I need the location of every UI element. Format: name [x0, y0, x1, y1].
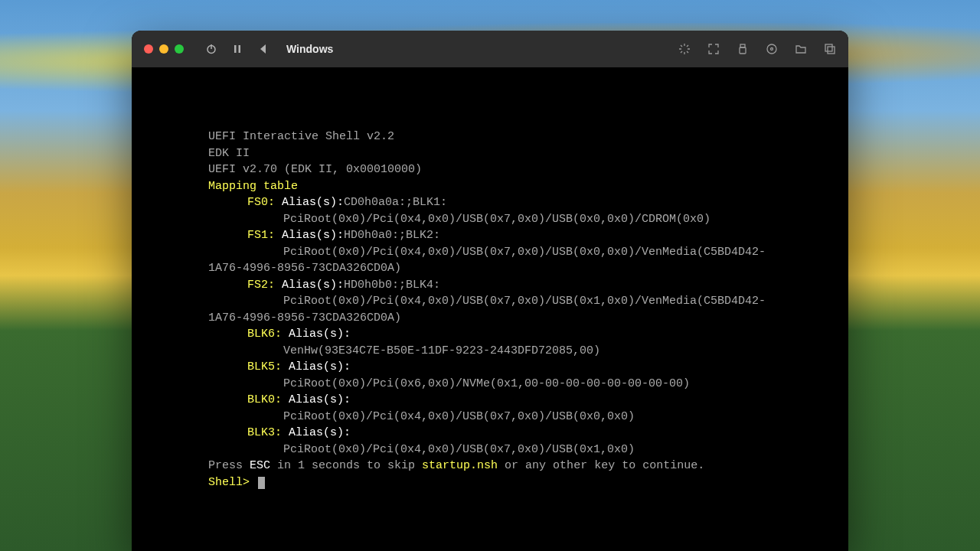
mapping-entry-path: PciRoot(0x0)/Pci(0x4,0x0)/USB(0x7,0x0)/U…: [208, 409, 848, 425]
mapping-entry-path: VenHw(93E34C7E-B50E-11DF-9223-2443DFD720…: [208, 343, 848, 360]
svg-rect-17: [828, 47, 835, 54]
shell-prompt: Shell>: [208, 474, 848, 491]
svg-rect-2: [234, 45, 237, 53]
terminal-output[interactable]: UEFI Interactive Shell v2.2 EDK II UEFI …: [132, 67, 848, 551]
mapping-entry-path: PciRoot(0x0)/Pci(0x6,0x0)/NVMe(0x1,00-00…: [208, 376, 848, 393]
mapping-entry-header: FS1: Alias(s):HD0h0a0:;BLK2:: [208, 227, 848, 244]
titlebar: Windows: [132, 31, 848, 67]
mapping-entry-header: BLK5: Alias(s):: [208, 359, 848, 376]
press-esc-line: Press ESC in 1 seconds to skip startup.n…: [208, 458, 848, 474]
minimize-button[interactable]: [159, 44, 168, 54]
svg-point-15: [771, 48, 773, 51]
mapping-entry-header: FS2: Alias(s):HD0h0b0:;BLK4:: [208, 277, 848, 294]
disc-icon[interactable]: [766, 43, 778, 55]
svg-rect-13: [740, 47, 746, 54]
svg-rect-16: [825, 44, 832, 51]
mapping-entry-path-wrap: 1A76-4996-8956-73CDA326CD0A): [208, 310, 848, 327]
mapping-entry-header: BLK0: Alias(s):: [208, 392, 848, 409]
svg-rect-3: [239, 45, 241, 53]
mapping-entry-path: PciRoot(0x0)/Pci(0x4,0x0)/USB(0x7,0x0)/U…: [208, 293, 848, 310]
svg-line-11: [687, 45, 688, 47]
vm-controls: [205, 43, 270, 55]
folder-icon[interactable]: [795, 43, 807, 55]
titlebar-right-icons: [678, 43, 836, 55]
cursor: [258, 477, 265, 489]
back-icon[interactable]: [257, 43, 270, 55]
shell-header: UEFI Interactive Shell v2.2: [208, 129, 848, 145]
svg-point-14: [767, 44, 776, 54]
mapping-entry-header: FS0: Alias(s):CD0h0a0a:;BLK1:: [208, 194, 848, 211]
mapping-entry-header: BLK6: Alias(s):: [208, 326, 848, 343]
svg-line-8: [681, 45, 682, 47]
mapping-table-label: Mapping table: [208, 178, 848, 195]
shell-header: EDK II: [208, 145, 848, 162]
mapping-entry-path: PciRoot(0x0)/Pci(0x4,0x0)/USB(0x7,0x0)/U…: [208, 211, 848, 228]
svg-line-10: [681, 51, 682, 53]
window-title: Windows: [286, 43, 333, 55]
mapping-entry-header: BLK3: Alias(s):: [208, 425, 848, 442]
mapping-entry-path: PciRoot(0x0)/Pci(0x4,0x0)/USB(0x7,0x0)/U…: [208, 244, 848, 261]
usb-icon[interactable]: [737, 43, 749, 55]
shell-header: UEFI v2.70 (EDK II, 0x00010000): [208, 161, 848, 178]
mapping-entry-path-wrap: 1A76-4996-8956-73CDA326CD0A): [208, 260, 848, 277]
spinner-icon[interactable]: [678, 43, 691, 55]
power-icon[interactable]: [205, 43, 217, 55]
mapping-entries: FS0: Alias(s):CD0h0a0a:;BLK1:PciRoot(0x0…: [208, 194, 848, 458]
traffic-lights: [144, 44, 184, 54]
pause-icon[interactable]: [231, 43, 243, 55]
mapping-entry-path: PciRoot(0x0)/Pci(0x4,0x0)/USB(0x7,0x0)/U…: [208, 442, 848, 458]
close-button[interactable]: [144, 44, 153, 54]
zoom-button[interactable]: [175, 44, 184, 54]
expand-icon[interactable]: [707, 43, 720, 55]
vm-window: Windows: [132, 31, 848, 551]
svg-line-9: [687, 51, 688, 53]
windows-icon[interactable]: [824, 43, 836, 55]
